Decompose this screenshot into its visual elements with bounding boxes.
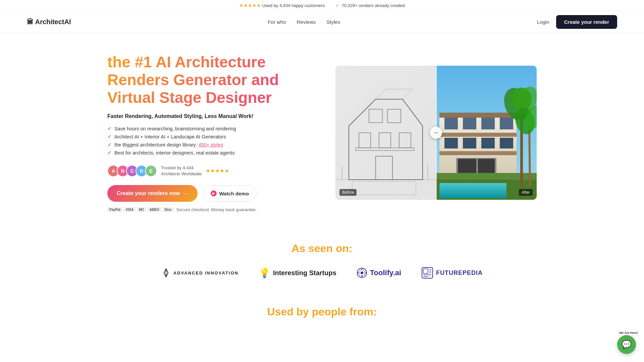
create-render-button[interactable]: Create your render — [556, 15, 617, 29]
hero-right: ↔ Before After — [335, 66, 537, 200]
visa-icon: VISA — [124, 207, 136, 212]
banner-stars: ★★★★★ Used by 4,434 happy customers — [239, 3, 325, 8]
logo-futurepedia: FUTUREPEDIA — [421, 267, 483, 279]
svg-rect-28 — [444, 138, 458, 148]
svg-rect-21 — [439, 113, 517, 118]
logo-interesting-startups: 💡 Interesting Startups — [259, 267, 336, 279]
avatar-5: E — [145, 165, 157, 177]
nav-right: Login Create your render — [537, 15, 617, 29]
futurepedia-icon — [421, 267, 433, 279]
avatar-stack: A B C D E — [107, 165, 157, 177]
trust-stars: ★★★★★ — [206, 168, 229, 174]
play-icon: ▶ — [211, 190, 217, 196]
svg-point-41 — [512, 87, 532, 111]
hero-section: the #1 AI Architecture Renders Generator… — [80, 33, 564, 226]
svg-rect-29 — [463, 138, 476, 148]
watch-demo-button[interactable]: ▶ Watch demo — [203, 185, 257, 201]
styles-link[interactable]: 450+ styles — [199, 142, 223, 147]
check-icon-2: ✓ — [107, 134, 112, 139]
hero-subtitle: Faster Rendering, Automated Styling, Les… — [107, 113, 282, 119]
svg-rect-37 — [439, 183, 506, 198]
feature-4: ✓ Best for architects, interior designer… — [107, 150, 282, 156]
used-by-title: Used by people from: — [27, 306, 617, 318]
check-icon-3: ✓ — [107, 142, 112, 147]
logos-row: ADVANCED INNOVATION 💡 Interesting Startu… — [27, 267, 617, 279]
svg-rect-25 — [463, 118, 476, 129]
svg-point-49 — [361, 272, 363, 274]
svg-rect-27 — [500, 118, 513, 129]
interesting-startups-label: Interesting Startups — [273, 269, 336, 277]
svg-rect-22 — [439, 133, 517, 137]
nav-link-for-who[interactable]: For who — [268, 19, 286, 25]
mastercard-icon: MC — [137, 207, 146, 212]
advanced-icon — [161, 268, 171, 278]
futurepedia-label: FUTUREPEDIA — [436, 269, 483, 277]
payment-icons: PayPal VISA MC AMEX Disc — [107, 207, 174, 212]
nav-links: For who Reviews Styles — [268, 19, 340, 25]
payment-text: Secure checkout. Money back guarantee. — [176, 207, 257, 212]
logo-toolify: Toolify.ai — [357, 267, 401, 278]
navbar: 🏛 ArchitectAI For who Reviews Styles Log… — [0, 11, 644, 33]
image-before — [335, 66, 436, 200]
as-seen-on-title: As seen on: — [27, 242, 617, 255]
trust-row: A B C D E Trusted by 4,434 Architects Wo… — [107, 165, 282, 177]
feature-2: ✓ Architect AI + Interior AI + Landscape… — [107, 134, 282, 139]
logo-advanced-innovation: ADVANCED INNOVATION — [161, 268, 238, 278]
trust-text: Trusted by 4,434 Architects Worldwide — [161, 165, 202, 177]
toolify-icon — [357, 267, 367, 278]
nav-logo[interactable]: 🏛 ArchitectAI — [27, 18, 71, 26]
bulb-icon: 💡 — [259, 267, 270, 279]
as-seen-on-section: As seen on: ADVANCED INNOVATION 💡 Intere… — [0, 226, 644, 292]
advanced-innovation-label: ADVANCED INNOVATION — [173, 270, 238, 276]
used-by-section: Used by people from: — [0, 292, 644, 325]
before-label: Before — [339, 189, 357, 196]
cta-primary-button[interactable]: Create your renders now → — [107, 185, 198, 202]
check-icon-4: ✓ — [107, 150, 112, 156]
hero-features: ✓ Save hours on researching, brainstormi… — [107, 126, 282, 156]
payment-row: PayPal VISA MC AMEX Disc Secure checkout… — [107, 207, 282, 212]
svg-rect-55 — [423, 269, 428, 274]
login-link[interactable]: Login — [537, 19, 549, 25]
svg-rect-26 — [481, 118, 495, 129]
toolify-label: Toolify.ai — [370, 268, 401, 277]
check-icon-1: ✓ — [107, 126, 112, 131]
discover-icon: Disc — [163, 207, 174, 212]
svg-rect-23 — [439, 151, 517, 155]
hero-title: the #1 AI Architecture Renders Generator… — [107, 53, 282, 107]
hero-image-container: ↔ Before After — [335, 66, 537, 200]
amex-icon: AMEX — [148, 207, 161, 212]
feature-1: ✓ Save hours on researching, brainstormi… — [107, 126, 282, 131]
paypal-icon: PayPal — [107, 207, 122, 212]
image-after — [436, 66, 537, 200]
after-label: After — [519, 189, 533, 196]
nav-link-styles[interactable]: Styles — [326, 19, 340, 25]
hero-cta-row: Create your renders now → ▶ Watch demo — [107, 185, 282, 202]
top-banner: ★★★★★ Used by 4,434 happy customers ✓ 70… — [0, 0, 644, 11]
svg-line-42 — [529, 126, 530, 186]
svg-rect-24 — [444, 118, 458, 129]
banner-renders: ✓ 70,329+ renders already created — [335, 3, 405, 8]
svg-rect-30 — [481, 138, 495, 148]
svg-rect-31 — [500, 138, 513, 148]
split-cursor[interactable]: ↔ — [430, 127, 442, 139]
hero-left: the #1 AI Architecture Renders Generator… — [107, 53, 282, 212]
feature-3: ✓ the Biggest architecture design librar… — [107, 142, 282, 147]
nav-link-reviews[interactable]: Reviews — [297, 19, 316, 25]
